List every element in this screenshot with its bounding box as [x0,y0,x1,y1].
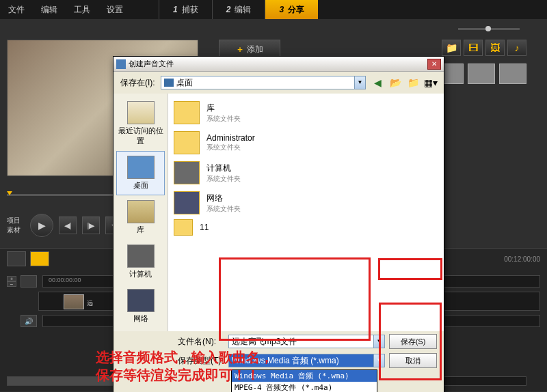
place-desktop[interactable]: 桌面 [116,151,165,195]
menu-settings[interactable]: 设置 [98,4,131,16]
timeline-view-btn[interactable] [30,251,49,266]
chevron-down-icon[interactable]: ▼ [373,354,384,367]
save-location-combo[interactable]: 桌面 ▼ [161,76,366,89]
collapse-icon[interactable]: − [7,281,16,287]
list-item[interactable]: 网络系统文件夹 [174,188,438,218]
menu-tools[interactable]: 工具 [66,4,98,16]
list-item[interactable]: 库系统文件夹 [174,98,438,128]
media-photo-btn[interactable]: 🖼 [485,40,505,56]
expand-icon[interactable]: + [7,276,16,281]
workflow-tabs: 1捕获 2编辑 3分享 [159,0,318,19]
material-tab-label[interactable]: 素材 [7,225,21,235]
new-folder-icon[interactable]: 📁 [407,76,419,89]
thumbnail[interactable] [499,64,526,84]
tab-edit[interactable]: 2编辑 [212,0,265,19]
back-icon[interactable]: ◀ [371,76,384,89]
filename-label: 文件名(N): [178,336,224,348]
menu-file[interactable]: 文件 [0,4,33,16]
tab-capture[interactable]: 1捕获 [159,0,212,19]
plus-icon: ＋ [236,44,244,55]
audio-track-icon: 🔊 [21,315,37,327]
playback-controls: 项目 素材 ▶ ◀| |▶ ⟲ [7,214,123,237]
places-sidebar: 最近访问的位置 桌面 库 计算机 网络 [114,94,168,331]
media-audio-btn[interactable]: ♪ [507,40,526,56]
prev-frame-button[interactable]: ◀| [59,216,77,234]
next-frame-button[interactable]: |▶ [82,216,100,234]
media-filter-buttons: 📁 🎞 🖼 ♪ [442,40,526,56]
file-list: 库系统文件夹 Administrator系统文件夹 计算机系统文件夹 网络系统文… [168,94,444,331]
menu-edit[interactable]: 编辑 [33,4,66,16]
playhead-marker[interactable] [7,191,12,195]
secondary-timecode: 00:12:00:00 [504,255,540,263]
list-item[interactable]: Administrator系统文件夹 [174,128,438,158]
list-item[interactable]: 计算机系统文件夹 [174,158,438,188]
cancel-button[interactable]: 取消 [389,353,437,368]
place-network[interactable]: 网络 [116,284,165,328]
dialog-icon [116,59,126,69]
clip-thumbnail[interactable] [64,294,84,309]
thumbnail[interactable] [468,64,495,84]
place-library[interactable]: 库 [116,195,165,240]
save-in-label: 保存在(I): [120,77,155,89]
place-recent[interactable]: 最近访问的位置 [116,96,165,151]
save-button[interactable]: 保存(S) [389,334,437,349]
media-folder-btn[interactable]: 📁 [442,40,461,56]
project-tab-label[interactable]: 项目 [7,216,21,225]
filename-input[interactable]: 远走高飞mp3文件▼ [228,335,385,348]
play-button[interactable]: ▶ [30,214,53,237]
chevron-down-icon[interactable]: ▼ [373,335,384,348]
dialog-titlebar[interactable]: 创建声音文件 ✕ [114,57,444,72]
clip-label: 远 [87,299,93,308]
save-sound-dialog: 创建声音文件 ✕ 保存在(I): 桌面 ▼ ◀ 📂 📁 ▦▾ 最近访问的位置 桌… [113,56,444,392]
view-menu-icon[interactable]: ▦▾ [425,76,437,89]
dialog-title: 创建声音文件 [129,59,174,69]
close-button[interactable]: ✕ [427,59,441,70]
media-film-btn[interactable]: 🎞 [464,40,483,56]
top-menu-bar: 文件 编辑 工具 设置 1捕获 2编辑 3分享 [0,0,547,19]
tab-share[interactable]: 3分享 [265,0,318,19]
list-item[interactable]: 11 [174,218,438,237]
annotation-text: 选择音频格式，输入歌曲名， 保存等待渲染完成即可！！ [96,348,274,384]
zoom-slider[interactable] [458,26,520,33]
storyboard-view-btn[interactable] [7,251,26,266]
desktop-icon [164,79,174,87]
place-computer[interactable]: 计算机 [116,240,165,284]
video-track-icon [21,275,37,288]
save-location-row: 保存在(I): 桌面 ▼ ◀ 📂 📁 ▦▾ [114,72,444,94]
up-folder-icon[interactable]: 📂 [389,76,401,89]
chevron-down-icon[interactable]: ▼ [354,76,365,89]
